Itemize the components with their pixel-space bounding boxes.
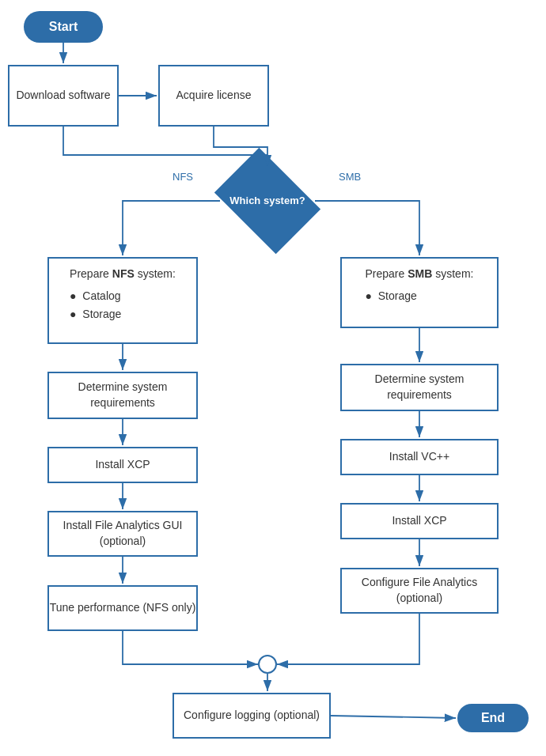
tune-performance-box: Tune performance (NFS only) — [47, 585, 198, 631]
download-software-box: Download software — [8, 65, 119, 127]
configure-logging-box: Configure logging (optional) — [173, 693, 331, 739]
prepare-smb-title: Prepare SMB system: — [366, 267, 474, 280]
prepare-nfs-title: Prepare NFS system: — [70, 267, 176, 280]
nfs-label: NFS — [173, 171, 193, 183]
prepare-smb-box: Prepare SMB system: ● Storage — [340, 257, 499, 328]
nfs-bullet-1: Catalog — [82, 289, 120, 302]
install-vcpp-box: Install VC++ — [340, 439, 499, 475]
install-fa-gui-box: Install File Analytics GUI (optional) — [47, 511, 198, 557]
end-pill: End — [457, 704, 529, 732]
install-xcp-smb-box: Install XCP — [340, 503, 499, 539]
which-system-diamond: Which system? — [220, 166, 315, 236]
svg-line-13 — [331, 716, 456, 718]
determine-smb-box: Determine system requirements — [340, 364, 499, 411]
configure-fa-box: Configure File Analytics (optional) — [340, 568, 499, 614]
determine-nfs-box: Determine system requirements — [47, 372, 198, 419]
nfs-bullet-2: Storage — [82, 308, 121, 320]
smb-bullet-1: Storage — [378, 289, 417, 302]
prepare-nfs-box: Prepare NFS system: ● Catalog ● Storage — [47, 257, 198, 344]
start-pill: Start — [24, 11, 103, 43]
smb-label: SMB — [339, 171, 361, 183]
acquire-license-box: Acquire license — [158, 65, 269, 127]
install-xcp-nfs-box: Install XCP — [47, 447, 198, 483]
merge-circle — [258, 655, 277, 674]
flowchart: Start Download software Acquire license … — [0, 0, 546, 756]
